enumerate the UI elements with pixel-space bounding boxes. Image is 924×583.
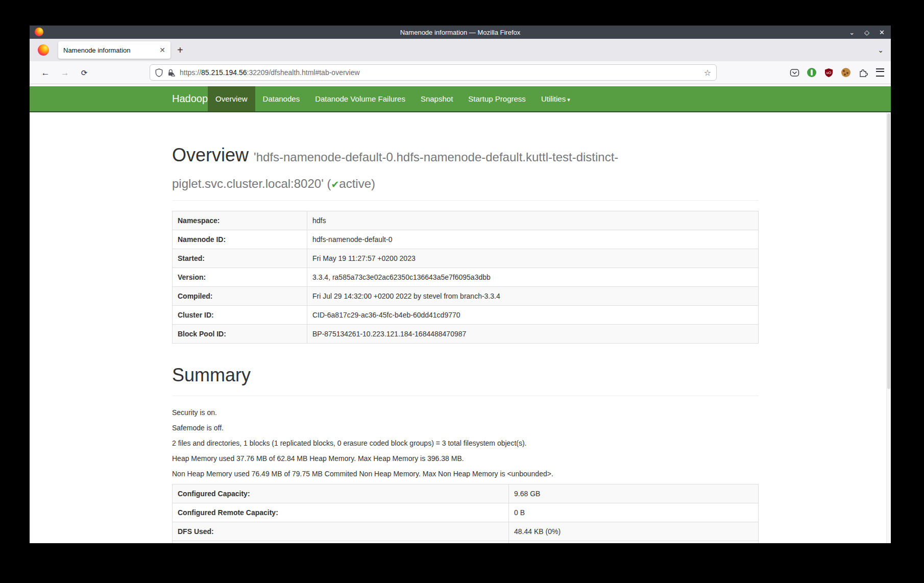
namenode-info-table: Namespace: hdfs Namenode ID: hdfs-nameno…: [172, 211, 759, 344]
nav-tab-datanodes[interactable]: Datanodes: [255, 86, 308, 111]
row-label: Namespace:: [173, 211, 307, 230]
new-tab-button[interactable]: +: [177, 45, 183, 55]
row-label: Configured Remote Capacity:: [173, 503, 509, 522]
firefox-window: Namenode information — Mozilla Firefox ⌄…: [30, 26, 891, 543]
summary-line: Heap Memory used 37.76 MB of 62.84 MB He…: [172, 453, 759, 464]
window-titlebar: Namenode information — Mozilla Firefox ⌄…: [30, 26, 891, 39]
capacity-table: Configured Capacity: 9.68 GB Configured …: [172, 484, 759, 543]
table-row: Configured Remote Capacity: 0 B: [173, 503, 759, 522]
page-title: Overview 'hdfs-namenode-default-0.hdfs-n…: [172, 143, 759, 197]
row-label: Block Pool ID:: [173, 325, 307, 344]
svg-text:uO: uO: [826, 70, 832, 74]
tracking-shield-icon[interactable]: [155, 68, 163, 77]
table-row: Compiled: Fri Jul 29 14:32:00 +0200 2022…: [173, 287, 759, 306]
menu-hamburger-icon[interactable]: [876, 68, 884, 77]
minimize-button[interactable]: ⌄: [849, 29, 855, 36]
row-label: Non DFS Used:: [173, 541, 509, 544]
row-value: 0 B: [509, 503, 759, 522]
extension-green-icon[interactable]: [807, 68, 816, 77]
bookmark-star-icon[interactable]: ☆: [704, 68, 711, 78]
page-viewport: Hadoop Overview Datanodes Datanode Volum…: [30, 84, 891, 543]
firefox-logo-icon: [35, 28, 43, 36]
url-text: https://85.215.194.56:32209/dfshealth.ht…: [180, 68, 704, 77]
summary-line: 2 files and directories, 1 blocks (1 rep…: [172, 438, 759, 448]
table-row: Cluster ID: CID-6a817c29-ac36-45fc-b4eb-…: [173, 306, 759, 325]
table-row: Started: Fri May 19 11:27:57 +0200 2023: [173, 249, 759, 268]
navigation-toolbar: ← → ⟳ https://85.215.194.56:32209/dfshea…: [30, 61, 891, 84]
tab-bar: Namenode information ✕ + ⌄: [30, 39, 891, 61]
tab-title: Namenode information: [63, 46, 155, 54]
navbar-brand-hadoop[interactable]: Hadoop: [172, 86, 208, 111]
active-check-icon: ✔: [331, 179, 339, 190]
back-button[interactable]: ←: [38, 68, 53, 77]
forward-button[interactable]: →: [57, 68, 72, 77]
row-value: hdfs: [307, 211, 759, 230]
extensions-puzzle-icon[interactable]: [858, 67, 868, 78]
reload-button[interactable]: ⟳: [77, 69, 92, 77]
nav-tab-snapshot[interactable]: Snapshot: [413, 86, 460, 111]
summary-line: Safemode is off.: [172, 423, 759, 433]
row-label: DFS Used:: [173, 522, 509, 541]
row-value: 9.68 GB: [509, 484, 759, 503]
url-bar[interactable]: https://85.215.194.56:32209/dfshealth.ht…: [150, 64, 717, 81]
url-path: :32209/dfshealth.html#tab-overview: [247, 68, 360, 77]
cookie-extension-icon[interactable]: [841, 68, 850, 77]
table-row: Version: 3.3.4, ra585a73c3e02ac62350c136…: [173, 268, 759, 287]
pocket-icon[interactable]: [790, 68, 799, 78]
row-value: 3.3.4, ra585a73c3e02ac62350c136643a5e7f6…: [307, 268, 759, 287]
nav-dropdown-utilities[interactable]: Utilities▾: [533, 86, 578, 111]
summary-text: Security is on. Safemode is off. 2 files…: [172, 407, 759, 479]
chevron-down-icon: ▾: [567, 96, 570, 103]
row-label: Started:: [173, 249, 307, 268]
table-row: Namenode ID: hdfs-namenode-default-0: [173, 230, 759, 249]
browser-tab[interactable]: Namenode information ✕: [58, 41, 171, 59]
summary-line: Non Heap Memory used 76.49 MB of 79.75 M…: [172, 469, 759, 479]
close-window-button[interactable]: ✕: [879, 29, 885, 36]
row-value: CID-6a817c29-ac36-45fc-b4eb-60dd41cd9770: [307, 306, 759, 325]
summary-page-header: Summary: [172, 363, 759, 396]
scrollbar-thumb[interactable]: [887, 113, 890, 389]
row-label: Compiled:: [173, 287, 307, 306]
row-value: hdfs-namenode-default-0: [307, 230, 759, 249]
lock-warning-icon[interactable]: [167, 68, 175, 77]
maximize-button[interactable]: ◇: [864, 29, 869, 36]
row-label: Version:: [173, 268, 307, 287]
ublock-origin-icon[interactable]: uO: [824, 68, 834, 78]
status-badge: (✔active): [327, 177, 375, 190]
hadoop-navbar: Hadoop Overview Datanodes Datanode Volum…: [30, 86, 891, 112]
summary-line: Security is on.: [172, 407, 759, 418]
table-row: DFS Used: 48.44 KB (0%): [173, 522, 759, 541]
url-scheme: https://: [180, 68, 201, 77]
scrollbar[interactable]: [886, 112, 891, 543]
row-value: Fri May 19 11:27:57 +0200 2023: [307, 249, 759, 268]
row-label: Namenode ID:: [173, 230, 307, 249]
row-value: 119.56 KB: [509, 541, 759, 544]
summary-title: Summary: [172, 363, 759, 387]
overview-page-header: Overview 'hdfs-namenode-default-0.hdfs-n…: [172, 143, 759, 201]
table-row: Configured Capacity: 9.68 GB: [173, 484, 759, 503]
table-row: Namespace: hdfs: [173, 211, 759, 230]
row-label: Cluster ID:: [173, 306, 307, 325]
nav-tab-overview[interactable]: Overview: [208, 86, 255, 111]
tab-close-icon[interactable]: ✕: [155, 46, 165, 54]
url-host: 85.215.194.56: [201, 68, 247, 77]
table-row: Block Pool ID: BP-875134261-10.223.121.1…: [173, 325, 759, 344]
nav-tab-datanode-volume-failures[interactable]: Datanode Volume Failures: [307, 86, 413, 111]
firefox-view-icon[interactable]: [38, 44, 49, 56]
table-row: Non DFS Used: 119.56 KB: [173, 541, 759, 544]
row-label: Configured Capacity:: [173, 484, 509, 503]
row-value: BP-875134261-10.223.121.184-168448847098…: [307, 325, 759, 344]
row-value: 48.44 KB (0%): [509, 522, 759, 541]
nav-tab-startup-progress[interactable]: Startup Progress: [460, 86, 533, 111]
window-title: Namenode information — Mozilla Firefox: [400, 29, 521, 36]
row-value: Fri Jul 29 14:32:00 +0200 2022 by stevel…: [307, 287, 759, 306]
list-all-tabs-icon[interactable]: ⌄: [878, 46, 884, 54]
